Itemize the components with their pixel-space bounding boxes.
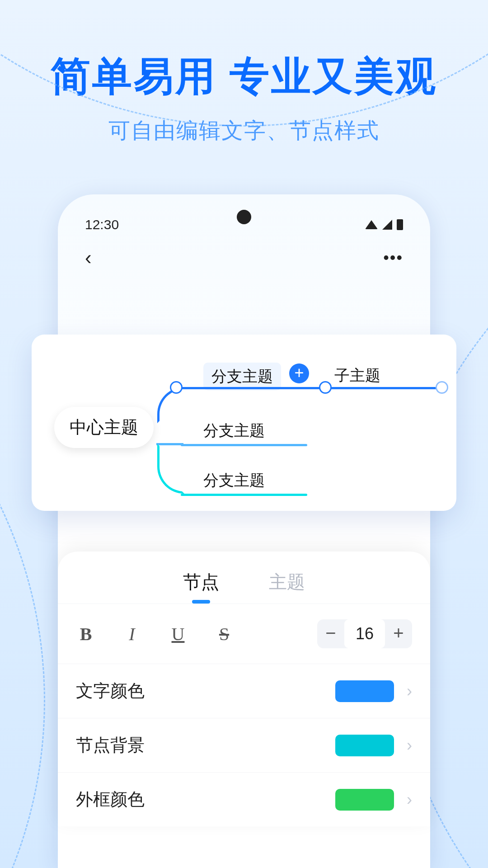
branch-line — [175, 387, 442, 389]
signal-icon — [382, 220, 392, 230]
branch-line — [181, 444, 307, 446]
font-size-stepper: − 16 + — [317, 619, 412, 648]
font-size-value: 16 — [344, 619, 385, 648]
branch-node-2[interactable]: 分支主题 — [203, 420, 265, 441]
add-node-button[interactable]: + — [289, 363, 309, 383]
node-bg-swatch — [335, 735, 394, 756]
row-label: 节点背景 — [76, 734, 145, 757]
tab-theme[interactable]: 主题 — [269, 570, 305, 604]
branch-connector — [157, 444, 184, 494]
italic-button[interactable]: I — [122, 623, 142, 645]
bold-button[interactable]: B — [76, 623, 96, 645]
node-handle[interactable] — [436, 381, 448, 394]
branch-line — [181, 494, 307, 496]
font-increase-button[interactable]: + — [385, 619, 412, 648]
sub-node[interactable]: 子主题 — [334, 365, 380, 386]
border-color-swatch — [335, 789, 394, 811]
node-handle[interactable] — [170, 381, 183, 394]
row-label: 文字颜色 — [76, 679, 145, 703]
text-color-row[interactable]: 文字颜色 › — [58, 664, 430, 718]
branch-node-3[interactable]: 分支主题 — [203, 470, 265, 491]
branch-connector — [157, 387, 184, 423]
underline-button[interactable]: U — [168, 623, 188, 645]
border-color-row[interactable]: 外框颜色 › — [58, 772, 430, 826]
status-time: 12:30 — [85, 217, 119, 232]
chevron-right-icon: › — [407, 790, 412, 809]
strikethrough-button[interactable]: S — [214, 623, 234, 645]
battery-icon — [397, 219, 403, 230]
wifi-icon — [365, 220, 378, 229]
mindmap-card: 中心主题 分支主题 + 子主题 分支主题 分支主题 — [32, 335, 456, 511]
row-label: 外框颜色 — [76, 788, 145, 811]
panel-tabs: 节点 主题 — [58, 570, 430, 604]
back-button[interactable]: ‹ — [85, 246, 92, 269]
node-bg-row[interactable]: 节点背景 › — [58, 718, 430, 772]
status-bar: 12:30 — [58, 217, 430, 232]
nav-bar: ‹ ••• — [58, 246, 430, 269]
chevron-right-icon: › — [407, 736, 412, 755]
node-handle[interactable] — [319, 381, 332, 394]
text-format-row: B I U S − 16 + — [58, 604, 430, 664]
tab-node[interactable]: 节点 — [183, 570, 219, 604]
font-decrease-button[interactable]: − — [317, 619, 344, 648]
center-node[interactable]: 中心主题 — [54, 407, 154, 448]
more-button[interactable]: ••• — [383, 248, 403, 267]
branch-node-1[interactable]: 分支主题 — [203, 363, 281, 391]
text-color-swatch — [335, 680, 394, 702]
format-panel: 节点 主题 B I U S − 16 + 文字颜色 › 节点背景 › 外框颜色 … — [58, 552, 430, 826]
chevron-right-icon: › — [407, 682, 412, 701]
